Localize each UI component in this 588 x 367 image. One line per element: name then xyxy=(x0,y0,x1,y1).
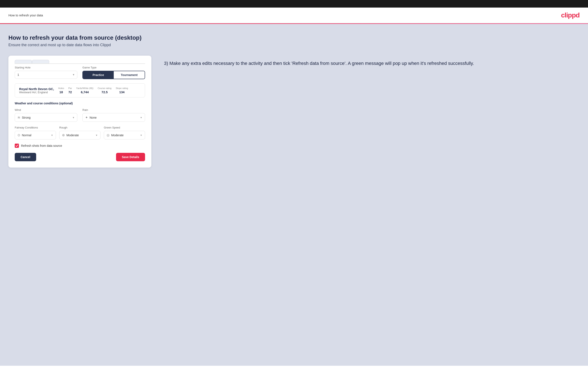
wind-group: Wind ≋ Strong ▼ xyxy=(15,108,77,122)
game-type-group: Game Type Practice Tournament xyxy=(82,66,145,79)
rough-arrow: ▼ xyxy=(95,134,98,136)
rain-value: None xyxy=(90,116,138,119)
wind-value: Strong xyxy=(22,116,71,119)
rough-icon: ⊛ xyxy=(62,133,65,137)
tab-row xyxy=(15,60,145,64)
fairway-icon: ⊙ xyxy=(17,133,20,137)
tab-1 xyxy=(15,60,32,63)
game-type-label: Game Type xyxy=(82,66,145,69)
par-label: Par xyxy=(68,87,72,89)
page-subheading: Ensure the correct and most up to date d… xyxy=(9,43,579,47)
page-heading: How to refresh your data from source (de… xyxy=(9,34,579,41)
instruction-text: 3) Make any extra edits necessary to the… xyxy=(164,60,579,67)
cancel-button[interactable]: Cancel xyxy=(15,153,36,161)
logo: clippd xyxy=(561,11,579,19)
holes-stat: Holes 18 xyxy=(58,87,64,94)
button-row: Cancel Save Details xyxy=(15,153,145,161)
green-speed-arrow: ▼ xyxy=(140,134,142,136)
rough-group: Rough ⊛ Moderate ▼ xyxy=(59,126,101,139)
fairway-arrow: ▼ xyxy=(51,134,53,136)
checkmark-icon xyxy=(15,144,18,147)
holes-value: 18 xyxy=(58,90,64,94)
top-form-row: Starting Hole 1 ▼ Game Type Practice Tou… xyxy=(15,66,145,79)
green-speed-select[interactable]: ◎ Moderate ▼ xyxy=(104,131,145,139)
slope-rating-stat: Slope rating 134 xyxy=(116,87,128,94)
practice-button[interactable]: Practice xyxy=(83,71,114,79)
yards-label: Yards/White (M)) xyxy=(76,87,93,89)
starting-hole-select[interactable]: 1 xyxy=(15,71,77,79)
green-speed-group: Green Speed ◎ Moderate ▼ xyxy=(104,126,145,139)
starting-hole-group: Starting Hole 1 ▼ xyxy=(15,66,77,79)
course-info-box: Royal North Devon GC, Westward Ho!, Engl… xyxy=(15,83,145,97)
rain-icon: ✦ xyxy=(85,116,88,119)
yards-stat: Yards/White (M)) 6,744 xyxy=(76,87,93,94)
save-button[interactable]: Save Details xyxy=(116,153,145,161)
fairway-label: Fairway Conditions xyxy=(15,126,56,129)
course-rating-label: Course rating xyxy=(97,87,112,89)
refresh-checkbox-label: Refresh shots from data source xyxy=(21,144,62,147)
wind-select[interactable]: ≋ Strong ▼ xyxy=(15,113,77,122)
course-name-group: Royal North Devon GC, Westward Ho!, Engl… xyxy=(19,87,54,94)
course-name: Royal North Devon GC, xyxy=(19,87,54,91)
green-speed-value: Moderate xyxy=(111,133,138,137)
wind-arrow: ▼ xyxy=(72,116,75,119)
tab-2 xyxy=(32,60,49,63)
header-title: How to refresh your data xyxy=(9,13,43,17)
weather-section-label: Weather and course conditions (optional) xyxy=(15,102,145,105)
yards-value: 6,744 xyxy=(76,90,93,94)
form-card: Starting Hole 1 ▼ Game Type Practice Tou… xyxy=(9,56,151,167)
rough-select[interactable]: ⊛ Moderate ▼ xyxy=(59,131,101,139)
fairway-value: Normal xyxy=(22,133,49,137)
rain-select[interactable]: ✦ None ▼ xyxy=(82,113,145,122)
content-row: Starting Hole 1 ▼ Game Type Practice Tou… xyxy=(9,56,579,167)
wind-icon: ≋ xyxy=(17,116,20,119)
holes-label: Holes xyxy=(58,87,64,89)
par-stat: Par 72 xyxy=(68,87,72,94)
header: How to refresh your data clippd xyxy=(0,8,588,23)
wind-label: Wind xyxy=(15,108,77,111)
game-type-toggle: Practice Tournament xyxy=(82,71,145,79)
footer: Copyright Clippd 2022 xyxy=(0,366,588,367)
rain-label: Rain xyxy=(82,108,145,111)
course-rating-stat: Course rating 72.5 xyxy=(97,87,112,94)
top-bar xyxy=(0,0,588,8)
par-value: 72 xyxy=(68,90,72,94)
rough-value: Moderate xyxy=(66,133,94,137)
green-speed-icon: ◎ xyxy=(107,133,110,137)
right-panel: 3) Make any extra edits necessary to the… xyxy=(164,56,579,67)
refresh-checkbox-row: Refresh shots from data source xyxy=(15,144,145,148)
starting-hole-label: Starting Hole xyxy=(15,66,77,69)
fairway-select[interactable]: ⊙ Normal ▼ xyxy=(15,131,56,139)
green-speed-label: Green Speed xyxy=(104,126,145,129)
fairway-group: Fairway Conditions ⊙ Normal ▼ xyxy=(15,126,56,139)
slope-rating-value: 134 xyxy=(116,90,128,94)
rain-arrow: ▼ xyxy=(140,116,142,119)
refresh-checkbox[interactable] xyxy=(15,144,19,148)
slope-rating-label: Slope rating xyxy=(116,87,128,89)
course-location: Westward Ho!, England xyxy=(19,91,54,94)
rough-label: Rough xyxy=(59,126,101,129)
tournament-button[interactable]: Tournament xyxy=(114,71,145,79)
rain-group: Rain ✦ None ▼ xyxy=(82,108,145,122)
starting-hole-select-wrap: 1 ▼ xyxy=(15,71,77,79)
main-content: How to refresh your data from source (de… xyxy=(0,24,588,366)
wind-rain-row: Wind ≋ Strong ▼ Rain ✦ None ▼ xyxy=(15,108,145,122)
conditions-row: Fairway Conditions ⊙ Normal ▼ Rough ⊛ Mo… xyxy=(15,126,145,139)
course-rating-value: 72.5 xyxy=(97,90,112,94)
